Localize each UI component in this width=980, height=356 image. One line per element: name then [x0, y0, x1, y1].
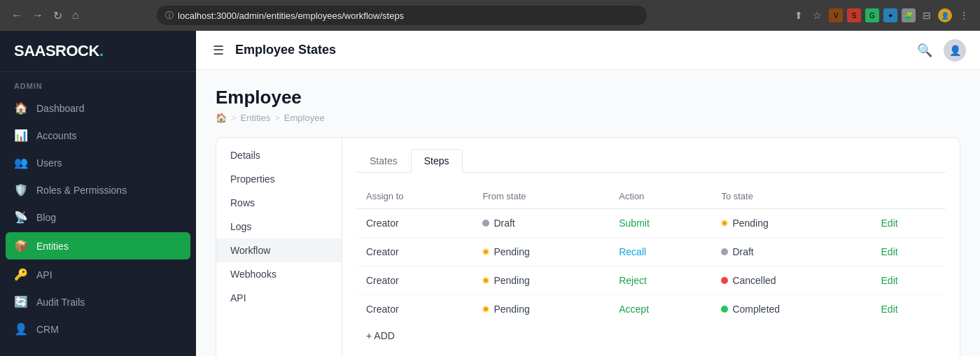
crm-icon: 👤 — [14, 322, 28, 336]
sidebar-item-label: Entities — [36, 241, 69, 252]
sidebar-item-label: Accounts — [36, 130, 77, 141]
extension-1: V — [829, 8, 843, 22]
to-state-label: Draft — [732, 246, 753, 257]
home-button[interactable]: ⌂ — [69, 6, 82, 24]
to-state-label: Completed — [732, 304, 780, 315]
sidebar-item-blog[interactable]: 📡 Blog — [0, 204, 196, 231]
cell-from-state: Pending — [472, 295, 609, 324]
sidebar-item-audit-trails[interactable]: 🔄 Audit Trails — [0, 288, 196, 315]
entity-nav-webhooks[interactable]: Webhooks — [216, 262, 342, 286]
cell-assign-to: Creator — [356, 266, 472, 295]
user-avatar[interactable]: 👤 — [944, 39, 966, 62]
search-button[interactable]: 🔍 — [913, 38, 937, 62]
topbar-title: Employee States — [235, 43, 336, 57]
to-state-label: Cancelled — [732, 275, 776, 286]
workflow-steps-table: Assign to From state Action To state Cre… — [356, 184, 946, 323]
sidebar-logo: SAASROCK. — [0, 31, 196, 72]
sidebar-item-crm[interactable]: 👤 CRM — [0, 315, 196, 343]
cell-edit: Edit — [872, 266, 946, 295]
from-state-dot — [482, 248, 489, 255]
from-state-label: Pending — [493, 246, 529, 257]
cell-action: Submit — [609, 209, 711, 238]
table-row: Creator Pending Reject — [356, 266, 946, 295]
back-button[interactable]: ← — [8, 6, 25, 24]
shield-icon: 🛡️ — [14, 183, 28, 197]
cell-to-state: Completed — [711, 295, 871, 324]
to-state-dot — [721, 220, 728, 227]
breadcrumb-home-icon[interactable]: 🏠 — [216, 113, 227, 123]
users-icon: 👥 — [14, 156, 28, 169]
action-label: Accept — [619, 304, 649, 315]
split-view-button[interactable]: ⊟ — [920, 7, 934, 24]
tab-states[interactable]: States — [356, 149, 411, 173]
col-from-state: From state — [472, 184, 609, 209]
sidebar-item-label: API — [36, 269, 52, 280]
sidebar-item-label: Blog — [36, 212, 56, 223]
edit-button[interactable]: Edit — [881, 304, 898, 315]
from-state-label: Draft — [493, 218, 514, 229]
cell-edit: Edit — [872, 209, 946, 238]
user-avatar[interactable]: 👤 — [938, 8, 952, 22]
sidebar-item-api[interactable]: 🔑 API — [0, 261, 196, 288]
address-bar[interactable]: ⓘ localhost:3000/admin/entities/employee… — [157, 6, 647, 25]
action-label: Submit — [619, 218, 650, 229]
sidebar-section-label: ADMIN — [0, 72, 196, 94]
breadcrumb-entities[interactable]: Entities — [241, 113, 271, 123]
edit-button[interactable]: Edit — [881, 246, 898, 257]
cell-edit: Edit — [872, 238, 946, 266]
sidebar-item-roles[interactable]: 🛡️ Roles & Permissions — [0, 176, 196, 204]
secure-icon: ⓘ — [165, 10, 174, 22]
topbar-actions: 🔍 👤 — [913, 38, 966, 62]
refresh-button[interactable]: ↻ — [50, 6, 65, 25]
table-row: Creator Pending Recall — [356, 238, 946, 266]
page-title: Employee — [216, 87, 960, 108]
accounts-icon: 📊 — [14, 129, 28, 142]
share-button[interactable]: ⬆ — [792, 7, 806, 24]
from-state-dot — [482, 220, 489, 227]
sidebar-item-label: Roles & Permissions — [36, 185, 127, 196]
page-content: Employee 🏠 > Entities > Employee Details… — [196, 70, 980, 356]
cell-action: Reject — [609, 266, 711, 295]
cell-action: Accept — [609, 295, 711, 324]
cell-edit: Edit — [872, 295, 946, 324]
to-state-dot — [721, 277, 728, 284]
browser-action-buttons: ⬆ ☆ V S G ✦ 🧩 ⊟ 👤 ⋮ — [792, 7, 972, 24]
cell-from-state: Pending — [472, 238, 609, 266]
entity-nav-api[interactable]: API — [216, 286, 342, 310]
entity-nav: Details Properties Rows Logs Workflow We… — [216, 138, 342, 356]
sidebar-item-label: Audit Trails — [36, 297, 85, 308]
menu-toggle-button[interactable]: ☰ — [210, 40, 227, 61]
action-label: Recall — [619, 246, 646, 257]
sidebar-item-users[interactable]: 👥 Users — [0, 149, 196, 176]
col-to-state: To state — [711, 184, 871, 209]
entity-content: States Steps Assign to From state Action… — [342, 138, 960, 356]
edit-button[interactable]: Edit — [881, 275, 898, 286]
entity-nav-details[interactable]: Details — [216, 143, 342, 167]
cell-to-state: Pending — [711, 209, 871, 238]
entity-nav-properties[interactable]: Properties — [216, 167, 342, 191]
add-step-button[interactable]: + ADD — [356, 323, 405, 348]
tab-steps[interactable]: Steps — [411, 149, 463, 173]
tabs: States Steps — [356, 149, 946, 173]
forward-button[interactable]: → — [29, 6, 46, 24]
extension-2: S — [847, 8, 861, 22]
logo-dot: . — [99, 42, 104, 59]
from-state-label: Pending — [493, 304, 529, 315]
sidebar-item-entities[interactable]: 📦 Entities — [6, 232, 190, 259]
cell-assign-to: Creator — [356, 209, 472, 238]
menu-button[interactable]: ⋮ — [956, 7, 972, 24]
col-action: Action — [609, 184, 711, 209]
entity-nav-logs[interactable]: Logs — [216, 215, 342, 238]
col-assign-to: Assign to — [356, 184, 472, 209]
breadcrumb-entity[interactable]: Employee — [284, 113, 325, 123]
edit-button[interactable]: Edit — [881, 218, 898, 229]
sidebar-item-label: Users — [36, 157, 62, 169]
extension-3: G — [865, 8, 879, 22]
sidebar-item-accounts[interactable]: 📊 Accounts — [0, 122, 196, 149]
logo-text: SAASROCK. — [14, 42, 104, 59]
bookmark-button[interactable]: ☆ — [810, 7, 825, 24]
entity-nav-rows[interactable]: Rows — [216, 191, 342, 215]
sidebar-item-dashboard[interactable]: 🏠 Dashboard — [0, 94, 196, 122]
entity-nav-workflow[interactable]: Workflow — [216, 238, 342, 262]
sidebar: SAASROCK. ADMIN 🏠 Dashboard 📊 Accounts 👥… — [0, 31, 196, 356]
